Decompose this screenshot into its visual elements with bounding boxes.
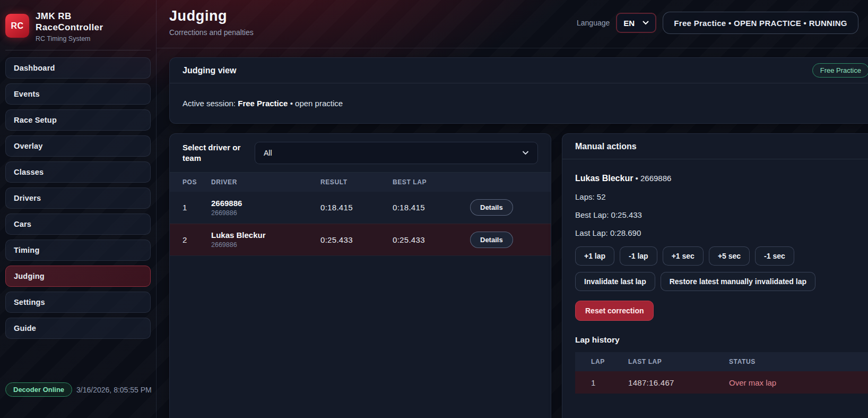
driver-position: 2: [170, 224, 211, 255]
adjust-button--1-lap[interactable]: -1 lap: [620, 246, 657, 266]
col-header-last-lap: LAST LAP: [628, 352, 729, 371]
app-title: JMK RB RaceController: [36, 11, 103, 33]
session-badge: Free Practice: [812, 63, 868, 78]
sidebar-item-race-setup[interactable]: Race Setup: [5, 109, 151, 131]
driver-number: 2669886: [211, 241, 320, 249]
page-header: Judging Corrections and penalties Langua…: [157, 0, 868, 48]
adjust-button--5-sec[interactable]: +5 sec: [709, 246, 750, 266]
lap-history-row: 1 1487:16.467 Over max lap: [575, 371, 868, 394]
col-header-pos: POS: [170, 173, 211, 192]
adjust-button--1-sec[interactable]: +1 sec: [663, 246, 704, 266]
manual-actions-panel: Manual actions Lukas Bleckur • 2669886 L…: [562, 133, 868, 418]
driver-result: 0:18.415: [320, 192, 393, 224]
sidebar-item-events[interactable]: Events: [5, 83, 151, 105]
restore-invalidated-lap-button[interactable]: Restore latest manually invalidated lap: [661, 272, 815, 291]
session-status-pill: Free Practice • OPEN PRACTICE • RUNNING: [663, 12, 858, 34]
last-lap-value: Last Lap: 0:28.690: [575, 228, 868, 237]
sidebar-item-judging[interactable]: Judging: [5, 266, 151, 287]
brand-block: RC JMK RB RaceController RC Timing Syste…: [5, 5, 151, 50]
sidebar-item-drivers[interactable]: Drivers: [5, 187, 151, 209]
col-header-driver: DRIVER: [211, 173, 320, 192]
judging-view-title: Judging view: [183, 66, 236, 75]
col-header-lap: LAP: [575, 352, 628, 371]
driver-name: Lukas Bleckur: [211, 231, 320, 240]
lap-number: 1: [575, 371, 628, 394]
lap-status: Over max lap: [729, 371, 868, 394]
driver-best-lap: 0:25.433: [393, 224, 470, 255]
adjust-button--1-lap[interactable]: +1 lap: [575, 246, 614, 266]
driver-select[interactable]: All: [255, 142, 538, 164]
active-session-line: Active session: Free Practice • open pra…: [170, 83, 868, 123]
col-header-status: STATUS: [729, 352, 868, 371]
app-subtitle: RC Timing System: [36, 35, 103, 42]
details-button[interactable]: Details: [470, 232, 513, 248]
sidebar-item-timing[interactable]: Timing: [5, 240, 151, 261]
sidebar-item-dashboard[interactable]: Dashboard: [5, 57, 151, 79]
driver-position: 1: [170, 192, 211, 224]
col-header-best-lap: BEST LAP: [393, 173, 470, 192]
language-select[interactable]: EN: [616, 13, 656, 33]
driver-row[interactable]: 1 2669886 2669886 0:18.415 0:18.415 Deta…: [170, 192, 551, 224]
judging-view-panel: Judging view Free Practice Active sessio…: [169, 57, 868, 124]
drivers-table: POS DRIVER RESULT BEST LAP 1 2669886 266…: [170, 173, 551, 256]
selected-driver-line: Lukas Bleckur • 2669886: [575, 174, 868, 183]
sidebar-item-classes[interactable]: Classes: [5, 161, 151, 183]
app-logo: RC: [5, 14, 29, 38]
driver-number: 2669886: [211, 209, 320, 217]
driver-result: 0:25.433: [320, 224, 393, 255]
lap-time: 1487:16.467: [628, 371, 729, 394]
driver-row[interactable]: 2 Lukas Bleckur 2669886 0:25.433 0:25.43…: [170, 224, 551, 255]
decoder-status-badge: Decoder Online: [5, 382, 72, 397]
decoder-timestamp: 3/16/2026, 8:05:55 PM: [76, 386, 152, 394]
lap-history-title: Lap history: [575, 335, 868, 345]
chevron-down-icon: [643, 21, 649, 25]
driver-name: 2669886: [211, 199, 320, 208]
laps-count: Laps: 52: [575, 192, 868, 201]
sidebar-item-settings[interactable]: Settings: [5, 292, 151, 313]
adjust-button--1-sec[interactable]: -1 sec: [755, 246, 794, 266]
manual-actions-title: Manual actions: [575, 142, 637, 151]
app-root: RC JMK RB RaceController RC Timing Syste…: [0, 0, 868, 418]
driver-list-panel: Select driver or team All POS D: [169, 133, 551, 418]
sidebar-item-cars[interactable]: Cars: [5, 214, 151, 235]
adjust-buttons-row: +1 lap-1 lap+1 sec+5 sec-1 sec: [575, 246, 868, 266]
sidebar-nav: Dashboard Events Race Setup Overlay Clas…: [5, 57, 151, 339]
reset-correction-button[interactable]: Reset correction: [575, 301, 654, 321]
driver-best-lap: 0:18.415: [393, 192, 470, 224]
driver-select-label: Select driver or team: [183, 142, 242, 164]
sidebar: RC JMK RB RaceController RC Timing Syste…: [0, 0, 157, 418]
sidebar-item-guide[interactable]: Guide: [5, 318, 151, 339]
decoder-status-row: Decoder Online 3/16/2026, 8:05:55 PM: [5, 382, 152, 397]
col-header-result: RESULT: [320, 173, 393, 192]
details-button[interactable]: Details: [470, 199, 513, 216]
sidebar-item-overlay[interactable]: Overlay: [5, 135, 151, 157]
chevron-down-icon: [522, 151, 529, 155]
main-area: Judging Corrections and penalties Langua…: [157, 0, 868, 418]
invalidate-last-lap-button[interactable]: Invalidate last lap: [575, 272, 655, 291]
language-label: Language: [577, 19, 610, 27]
lap-history-table: LAP LAST LAP STATUS 1 1487:16.467 Over m…: [575, 352, 868, 394]
best-lap-value: Best Lap: 0:25.433: [575, 210, 868, 219]
